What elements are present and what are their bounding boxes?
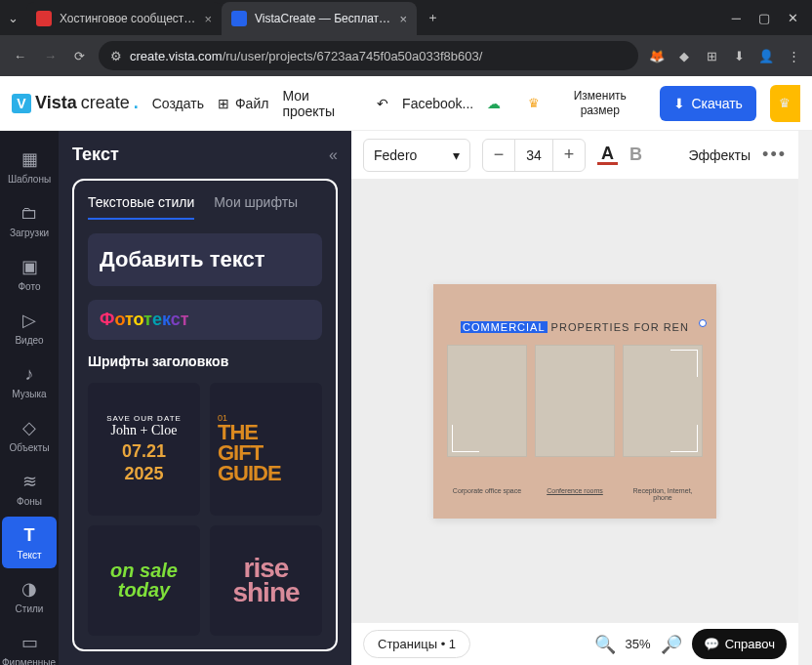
rail-backgrounds[interactable]: ≋Фоны (2, 463, 57, 515)
bold-button[interactable]: B (629, 145, 642, 165)
fb-label[interactable]: Facebook... (402, 96, 473, 111)
browser-addressbar: ← → ⟳ ⚙ create.vista.com/ru/user/project… (0, 35, 812, 76)
resize-handle-icon[interactable] (699, 319, 707, 327)
caption-2[interactable]: Conference rooms (535, 487, 615, 501)
waves-icon: ≋ (19, 471, 40, 492)
text-icon: T (19, 524, 40, 546)
undo-icon: ↶ (377, 96, 388, 111)
premium-button[interactable]: ♛ (770, 85, 800, 122)
side-rail: ▦Шаблоны 🗀Загрузки ▣Фото ▷Видео ♪Музыка … (0, 131, 59, 665)
rail-music[interactable]: ♪Музыка (2, 355, 57, 407)
shapes-icon: ◇ (19, 417, 40, 438)
close-icon[interactable]: × (204, 12, 212, 26)
avatar-icon[interactable]: 👤 (757, 47, 775, 64)
more-options-button[interactable]: ••• (762, 145, 787, 165)
minimize-icon[interactable]: ─ (732, 11, 741, 25)
effects-button[interactable]: Эффекты (688, 147, 751, 163)
zoom-value[interactable]: 35% (626, 637, 651, 651)
app-root: V Vistacreate. Создать ⊞ Файл Мои проект… (0, 76, 812, 665)
cloud-sync-icon[interactable]: ☁ (487, 96, 501, 111)
download-icon: ⬇ (673, 96, 685, 111)
download-button[interactable]: ⬇ Скачать (660, 86, 756, 121)
header-template-1[interactable]: SAVE OUR DATE John + Cloe 07.21 2025 (88, 383, 200, 516)
text-color-button[interactable]: A (597, 145, 618, 165)
palette-icon: ◑ (19, 578, 40, 600)
url-path: /ru/user/projects/6723aa745f0a50a033f8b6… (223, 49, 483, 63)
font-size-value[interactable]: 34 (514, 140, 553, 171)
headline-text[interactable]: COMMERCIAL PROPERTIES FOR REN (461, 321, 689, 333)
menu-icon[interactable]: ⋮ (785, 47, 802, 64)
close-icon[interactable]: × (399, 12, 407, 26)
collapse-panel-icon[interactable]: « (329, 146, 338, 164)
maximize-icon[interactable]: ▢ (758, 11, 770, 25)
url-input[interactable]: ⚙ create.vista.com/ru/user/projects/6723… (99, 41, 638, 70)
forward-icon[interactable]: → (40, 45, 61, 67)
resize-button[interactable]: Изменить размер (553, 89, 646, 117)
caption-3[interactable]: Reception, Internet, phone (623, 487, 703, 501)
tabs-dropdown-icon[interactable]: ⌄ (0, 11, 26, 25)
text-toolbar: Federo ▾ − 34 + A B Эффекты ••• (351, 131, 798, 180)
font-select[interactable]: Federo ▾ (363, 139, 470, 172)
close-window-icon[interactable]: ✕ (788, 11, 798, 25)
back-icon[interactable]: ← (10, 45, 30, 67)
decrease-size-button[interactable]: − (483, 145, 514, 165)
tab-title: VistaCreate — Бесплатный инс (255, 12, 391, 25)
zoom-out-icon[interactable]: 🔍 (594, 634, 616, 655)
app-topbar: V Vistacreate. Создать ⊞ Файл Мои проект… (0, 76, 812, 131)
tab-text-styles[interactable]: Текстовые стили (88, 194, 194, 220)
add-text-button[interactable]: Добавить текст (88, 233, 322, 286)
rail-styles[interactable]: ◑Стили (2, 570, 57, 622)
templates-icon: ▦ (19, 148, 40, 170)
image-placeholder[interactable] (447, 345, 527, 457)
canvas-area: Federo ▾ − 34 + A B Эффекты ••• COMMERCI… (351, 131, 798, 665)
file-menu[interactable]: ⊞ Файл (218, 96, 268, 111)
crown-icon: ♛ (779, 96, 791, 110)
projects-link[interactable]: Мои проекты (282, 88, 363, 119)
new-tab-button[interactable]: ＋ (417, 9, 449, 26)
phototext-label: Фототекст (100, 310, 310, 330)
panel-title: Текст (72, 145, 119, 165)
canvas-bottombar: Страницы • 1 🔍 35% 🔎 💬 Справоч (351, 622, 798, 665)
download-icon[interactable]: ⬇ (730, 47, 748, 64)
rail-brand[interactable]: ▭Фирменные стили (2, 624, 57, 665)
music-icon: ♪ (19, 363, 40, 385)
site-settings-icon[interactable]: ⚙ (110, 49, 122, 63)
logo-mark-icon: V (12, 94, 31, 113)
caption-1[interactable]: Corporate office space (447, 487, 527, 501)
undo-button[interactable]: ↶ (377, 96, 388, 111)
design-page[interactable]: COMMERCIAL PROPERTIES FOR REN Corporate … (433, 284, 716, 519)
rail-video[interactable]: ▷Видео (2, 302, 57, 353)
chat-icon: 💬 (704, 637, 719, 651)
phototext-button[interactable]: Фототекст (88, 300, 322, 340)
vista-logo[interactable]: V Vistacreate. (12, 93, 139, 113)
browser-tab-active[interactable]: VistaCreate — Бесплатный инс × (222, 2, 417, 35)
rail-objects[interactable]: ◇Объекты (2, 409, 57, 461)
font-size-stepper: − 34 + (482, 139, 586, 172)
image-placeholder[interactable] (623, 345, 703, 457)
header-template-3[interactable]: on sale today (88, 525, 200, 636)
section-headers-title: Шрифты заголовков (88, 353, 322, 369)
reload-icon[interactable]: ⟳ (70, 45, 89, 67)
pages-button[interactable]: Страницы • 1 (363, 630, 470, 658)
extensions-menu-icon[interactable]: ⊞ (703, 47, 720, 64)
folder-icon: 🗀 (19, 202, 40, 224)
crown-icon[interactable]: ♛ (528, 96, 540, 110)
increase-size-button[interactable]: + (553, 145, 585, 165)
tab-my-fonts[interactable]: Мои шрифты (214, 194, 298, 220)
image-placeholder[interactable] (535, 345, 615, 457)
extension-icon[interactable]: ◆ (675, 47, 693, 64)
header-template-4[interactable]: rise shine (210, 525, 322, 636)
rail-uploads[interactable]: 🗀Загрузки (2, 194, 57, 246)
extension-icon[interactable]: 🦊 (648, 47, 666, 64)
zoom-in-icon[interactable]: 🔎 (661, 634, 682, 655)
rail-photo[interactable]: ▣Фото (2, 248, 57, 300)
rail-templates[interactable]: ▦Шаблоны (2, 141, 57, 192)
header-template-2[interactable]: 01 THE GIFT GUIDE (210, 383, 322, 516)
create-menu[interactable]: Создать (152, 96, 204, 111)
grid-icon: ⊞ (218, 96, 229, 111)
browser-tab-inactive[interactable]: Хостинговое сообщество «Tir × (26, 2, 222, 35)
help-button[interactable]: 💬 Справоч (692, 629, 787, 659)
rail-text[interactable]: TТекст (2, 517, 57, 568)
canvas-stage[interactable]: COMMERCIAL PROPERTIES FOR REN Corporate … (351, 180, 798, 622)
scrollbar[interactable] (798, 131, 812, 665)
